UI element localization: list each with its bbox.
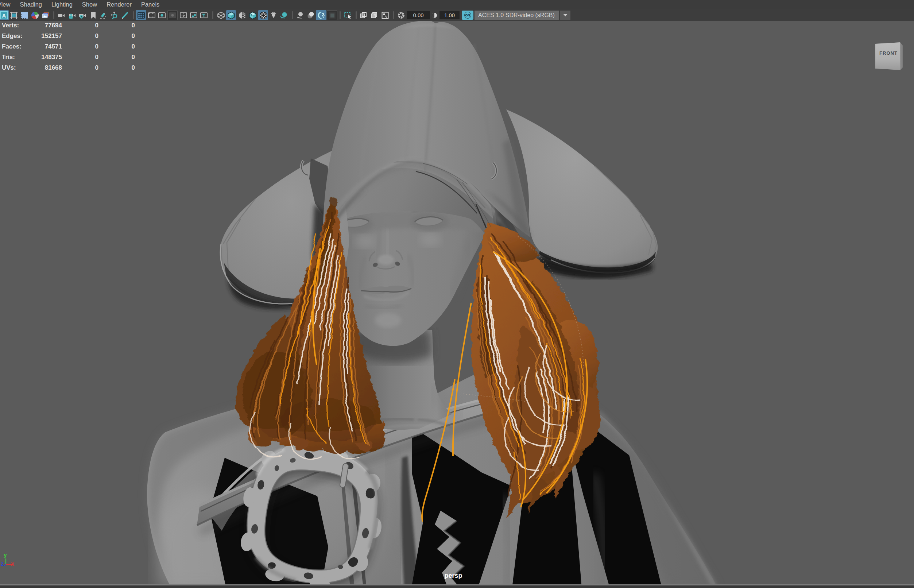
depth-of-field-icon[interactable] [327, 10, 338, 20]
on-badge-text: ON [464, 12, 471, 19]
hud-row-faces: Faces:7457100 [2, 41, 135, 52]
bookmark-icon[interactable] [89, 10, 97, 20]
axis-indicator: y x z [0, 552, 26, 579]
toolbar-separator [212, 11, 213, 19]
grid-icon[interactable] [136, 10, 146, 20]
gate-mask-icon[interactable] [20, 10, 29, 20]
toolbar-separator [53, 11, 54, 19]
lighting-icon[interactable] [270, 10, 278, 20]
svg-text:A: A [2, 12, 6, 18]
letter-a-icon[interactable]: A [0, 10, 9, 20]
axis-x-label: x [11, 561, 14, 567]
textured-icon[interactable] [248, 10, 257, 20]
hud-value-3: 0 [99, 52, 135, 62]
gate-mask-display-icon[interactable] [167, 10, 178, 20]
menu-lighting[interactable]: Lighting [47, 0, 78, 9]
shadows-icon[interactable] [279, 10, 289, 20]
camera-attributes-icon[interactable] [78, 10, 87, 20]
film-gate-icon[interactable] [147, 10, 156, 20]
hud-value: 81668 [40, 62, 62, 73]
xray-joints-icon[interactable] [380, 10, 389, 20]
view-cube[interactable]: FRONT [872, 37, 908, 72]
viewport-render [0, 21, 914, 585]
axis-z-label: z [1, 561, 4, 567]
hud-label: Edges: [2, 31, 40, 41]
hud-value-2: 0 [62, 62, 99, 73]
ambient-occlusion-icon[interactable] [296, 10, 304, 20]
zoom-tool-icon[interactable] [109, 10, 119, 20]
hud-row-edges: Edges:15215700 [2, 31, 135, 41]
toolbar-separator [133, 11, 134, 19]
lock-camera-icon[interactable] [68, 10, 77, 20]
hud-value-2: 0 [62, 52, 99, 62]
wireframe-on-shaded-icon[interactable] [237, 10, 247, 20]
safe-title-icon[interactable] [199, 10, 208, 20]
hud-value-3: 0 [99, 21, 135, 31]
exposure-field[interactable] [407, 11, 430, 19]
panel-toolbar: AONACES 1.0 SDR-video (sRGB) [0, 9, 914, 21]
toolbar-separator [393, 11, 394, 19]
menu-show[interactable]: Show [78, 0, 102, 9]
anti-aliasing-icon[interactable] [316, 10, 326, 20]
hud-value: 152157 [40, 31, 62, 41]
gamma-field[interactable] [439, 11, 460, 19]
select-camera-icon[interactable] [57, 10, 66, 20]
menu-renderer[interactable]: Renderer [102, 0, 136, 9]
menu-view[interactable]: View [0, 0, 15, 9]
viewport-3d[interactable]: Verts:7769400Edges:15215700Faces:7457100… [0, 21, 914, 585]
hud-row-tris: Tris:14837500 [2, 52, 135, 62]
axis-y-label: y [4, 552, 7, 558]
gamma-icon[interactable] [431, 10, 438, 20]
grease-pencil-icon[interactable] [120, 10, 130, 20]
panel-menu-bar: ViewShadingLightingShowRendererPanels [0, 0, 914, 9]
toolbar-separator [292, 11, 293, 19]
hud-value-2: 0 [62, 31, 99, 41]
hud-value-2: 0 [62, 21, 99, 31]
exposure-icon[interactable] [397, 10, 405, 20]
pan-zoom-2d-icon[interactable] [98, 10, 108, 20]
hud-label: Verts: [2, 21, 40, 31]
xray-active-icon[interactable] [370, 10, 379, 20]
hud-value: 77694 [40, 21, 62, 31]
shaded-icon[interactable] [226, 10, 236, 20]
menu-panels[interactable]: Panels [136, 0, 164, 9]
menu-shading[interactable]: Shading [15, 0, 47, 9]
axis-z-line [4, 564, 6, 566]
camera-name-label: persp [424, 572, 483, 580]
safe-action-icon[interactable] [189, 10, 198, 20]
resolution-gate-icon[interactable] [9, 10, 18, 20]
toolbar-separator [339, 11, 341, 19]
hud-value: 74571 [40, 41, 62, 52]
view-cube-label: FRONT [875, 50, 902, 56]
hud-row-uvs: UVs:8166800 [2, 62, 135, 73]
use-default-material-icon[interactable] [258, 10, 268, 20]
view-transform-select[interactable]: ACES 1.0 SDR-video (sRGB) [475, 11, 559, 20]
hud-value: 148375 [40, 52, 62, 62]
hud-value-3: 0 [99, 31, 135, 41]
hud-value-2: 0 [62, 41, 99, 52]
motion-blur-icon[interactable] [306, 10, 315, 20]
field-chart-icon[interactable] [179, 10, 188, 20]
hud-label: Faces: [2, 41, 40, 52]
view-cube-right-face[interactable] [900, 42, 903, 70]
hud-row-verts: Verts:7769400 [2, 21, 135, 31]
hud-value-3: 0 [99, 41, 135, 52]
hud-label: Tris: [2, 52, 40, 62]
hud-label: UVs: [2, 62, 40, 73]
isolate-select-icon[interactable] [343, 10, 353, 20]
timeline-edge-bar [0, 585, 914, 588]
resolution-gate-display-icon[interactable] [158, 10, 166, 20]
wireframe-icon[interactable] [216, 10, 225, 20]
view-cube-front-face[interactable] [875, 42, 900, 70]
hud-value-3: 0 [99, 62, 135, 73]
color-management-on-badge[interactable]: ON [462, 11, 473, 20]
color-wheel-icon[interactable] [30, 10, 39, 20]
view-transform-dropdown-arrow[interactable] [560, 11, 570, 20]
xray-icon[interactable] [359, 10, 368, 20]
toolbar-separator [355, 11, 357, 19]
image-plane-icon[interactable] [40, 10, 51, 20]
heads-up-display-stats: Verts:7769400Edges:15215700Faces:7457100… [2, 21, 135, 73]
